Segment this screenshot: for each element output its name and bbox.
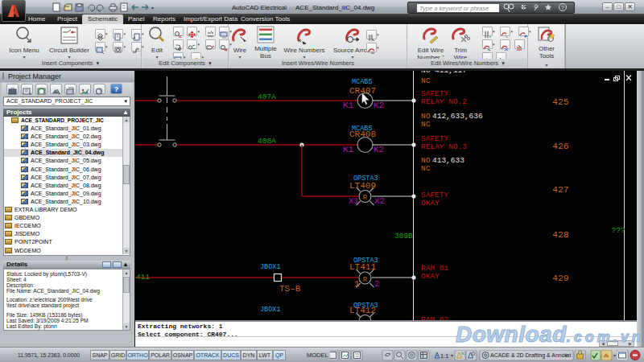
svg-text:OKAY: OKAY [421, 199, 440, 208]
svg-text:1:1: 1:1 [440, 352, 448, 360]
svg-text:NC: NC [421, 120, 431, 129]
svg-text:NO 411,117: NO 411,117 [421, 71, 467, 75]
svg-text:JBOX1: JBOX1 [260, 263, 281, 271]
svg-text:408A: 408A [258, 137, 276, 146]
svg-text:1: 1 [354, 279, 360, 289]
svg-text:2: 2 [374, 279, 380, 289]
svg-text:TS–B: TS–B [279, 284, 301, 294]
svg-text:CR408: CR408 [349, 130, 376, 139]
svg-text:411: 411 [136, 273, 150, 282]
svg-text:429: 429 [552, 273, 569, 283]
svg-text:LT409: LT409 [349, 181, 376, 191]
svg-text:309B: 309B [394, 232, 413, 241]
svg-text:NC: NC [421, 164, 431, 173]
svg-text:K2: K2 [374, 101, 384, 110]
svg-text:?: ? [561, 5, 564, 10]
svg-text:K2: K2 [374, 145, 384, 154]
svg-text:SAFETY: SAFETY [421, 191, 449, 200]
svg-text:428: 428 [552, 229, 569, 240]
svg-text:▾: ▾ [151, 6, 154, 10]
svg-text:R: R [363, 276, 368, 284]
svg-text:425: 425 [552, 97, 569, 107]
svg-text:427: 427 [552, 184, 569, 195]
svg-text:SAFETY: SAFETY [421, 89, 449, 98]
svg-text:OKAY: OKAY [421, 272, 440, 281]
svg-text:LT412: LT412 [349, 306, 376, 315]
svg-text:JBOX1: JBOX1 [260, 306, 281, 314]
svg-text:RELAY NO.3: RELAY NO.3 [421, 142, 467, 151]
svg-text:413,633: 413,633 [432, 156, 464, 165]
svg-text:X1: X1 [349, 196, 360, 206]
svg-text:RELAY NO.2: RELAY NO.2 [421, 97, 467, 106]
svg-text:NC: NC [421, 76, 431, 85]
svg-text:412,633,636: 412,633,636 [432, 112, 483, 121]
svg-text:LT411: LT411 [349, 262, 376, 272]
svg-text:407A: 407A [258, 93, 276, 101]
svg-text:▾: ▾ [451, 353, 453, 358]
svg-text:R: R [363, 194, 368, 202]
svg-text:K1: K1 [343, 101, 354, 110]
svg-text:K1: K1 [343, 145, 354, 154]
svg-text:MCAB5: MCAB5 [352, 78, 373, 86]
svg-text:???: ??? [612, 226, 625, 235]
svg-text:X2: X2 [374, 196, 385, 206]
svg-text:426: 426 [552, 141, 569, 151]
